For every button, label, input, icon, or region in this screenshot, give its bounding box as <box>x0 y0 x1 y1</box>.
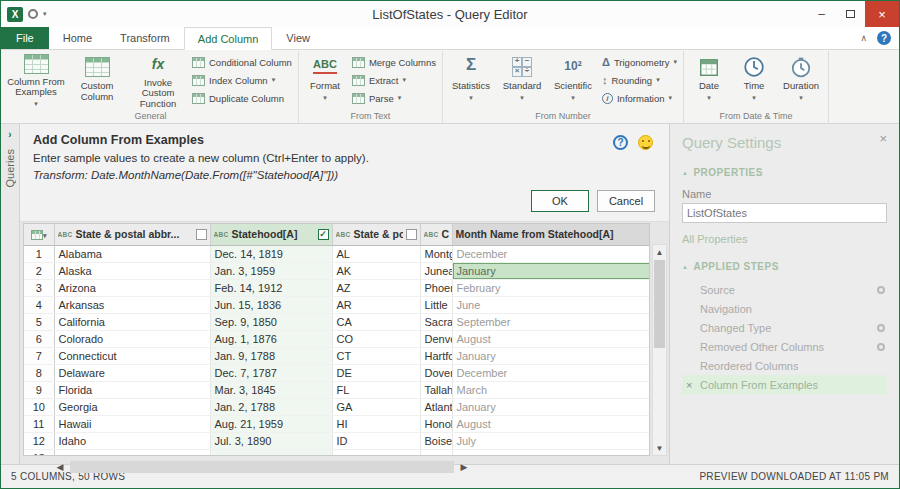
applied-step[interactable]: Source <box>682 280 887 299</box>
applied-steps-section-header[interactable]: ▲ APPLIED STEPS <box>682 261 887 272</box>
scroll-down-icon[interactable]: ▼ <box>656 441 664 455</box>
date-button[interactable]: Date ▾ <box>687 51 731 103</box>
row-number[interactable]: 2 <box>24 262 54 279</box>
table-cell[interactable]: Jun. 15, 1836 <box>210 296 332 313</box>
row-number[interactable]: 6 <box>24 330 54 347</box>
table-cell[interactable]: Jul. 3, 1890 <box>210 432 332 449</box>
vertical-scrollbar[interactable]: ▲ ▼ <box>652 244 667 456</box>
duplicate-column-button[interactable]: Duplicate Column <box>189 89 295 107</box>
row-number[interactable]: 9 <box>24 381 54 398</box>
column-header[interactable]: ABCState & postal abbr... <box>54 224 210 245</box>
table-cell[interactable]: Arkansas <box>54 296 210 313</box>
table-cell[interactable]: Hawaii <box>54 415 210 432</box>
all-properties-link[interactable]: All Properties <box>682 233 887 245</box>
table-cell[interactable]: August <box>452 415 650 432</box>
parse-button[interactable]: Parse ▾ <box>349 89 439 107</box>
applied-step[interactable]: Reordered Columns <box>682 356 887 375</box>
conditional-column-button[interactable]: Conditional Column <box>189 53 295 71</box>
scroll-right-icon[interactable]: ▶ <box>457 462 471 472</box>
scientific-button[interactable]: Scientific ▾ <box>548 51 598 103</box>
table-cell[interactable]: Hartfo <box>420 347 452 364</box>
table-cell[interactable]: AR <box>332 296 420 313</box>
step-settings-icon[interactable] <box>877 324 885 332</box>
table-cell[interactable]: CO <box>332 330 420 347</box>
table-cell[interactable]: Atlant <box>420 398 452 415</box>
column-from-examples-button[interactable]: Column From Examples ▾ <box>6 51 66 109</box>
table-cell[interactable] <box>54 449 210 456</box>
format-button[interactable]: Format ▾ <box>302 51 348 103</box>
feedback-smiley-icon[interactable] <box>638 135 653 150</box>
column-checkbox[interactable] <box>406 229 417 240</box>
table-cell[interactable]: Idaho <box>54 432 210 449</box>
table-cell[interactable]: December <box>452 245 650 262</box>
settings-icon[interactable] <box>28 9 38 19</box>
vertical-scroll-thumb[interactable] <box>654 260 665 348</box>
table-cell[interactable]: California <box>54 313 210 330</box>
row-number[interactable]: 12 <box>24 432 54 449</box>
time-button[interactable]: Time ▾ <box>732 51 776 103</box>
expand-queries-icon[interactable]: › <box>8 129 11 140</box>
table-cell[interactable]: Little <box>420 296 452 313</box>
standard-button[interactable]: +−×÷ Standard ▾ <box>497 51 547 103</box>
table-cell[interactable]: Montg <box>420 245 452 262</box>
table-cell[interactable]: January <box>452 398 650 415</box>
duration-button[interactable]: Duration ▾ <box>777 51 825 103</box>
step-settings-icon[interactable] <box>877 343 885 351</box>
information-button[interactable]: Information ▾ <box>599 89 680 107</box>
column-checkbox[interactable] <box>196 229 207 240</box>
table-cell[interactable]: Aug. 21, 1959 <box>210 415 332 432</box>
scroll-left-icon[interactable]: ◀ <box>53 462 67 472</box>
column-header[interactable]: ABCState & posta... <box>332 224 420 245</box>
table-cell[interactable]: February <box>452 279 650 296</box>
query-name-input[interactable] <box>682 203 887 223</box>
column-header[interactable]: Month Name from Statehood[A] <box>452 224 650 245</box>
tab-home[interactable]: Home <box>49 27 106 49</box>
invoke-custom-function-button[interactable]: Invoke Custom Function <box>128 51 188 109</box>
table-cell[interactable]: Boise <box>420 432 452 449</box>
statistics-button[interactable]: Statistics ▾ <box>446 51 496 103</box>
help-icon[interactable] <box>877 31 891 45</box>
row-number[interactable]: 4 <box>24 296 54 313</box>
table-cell[interactable]: December <box>452 364 650 381</box>
table-cell[interactable]: June <box>452 296 650 313</box>
applied-step[interactable]: Removed Other Columns <box>682 337 887 356</box>
applied-step[interactable]: Changed Type <box>682 318 887 337</box>
row-number[interactable]: 8 <box>24 364 54 381</box>
table-cell[interactable]: Delaware <box>54 364 210 381</box>
table-cell[interactable]: Connecticut <box>54 347 210 364</box>
table-cell[interactable]: Jan. 3, 1959 <box>210 262 332 279</box>
table-cell[interactable]: Dec. 14, 1819 <box>210 245 332 262</box>
table-cell[interactable] <box>210 449 332 456</box>
table-cell[interactable]: ID <box>332 432 420 449</box>
table-cell[interactable]: August <box>452 330 650 347</box>
scroll-up-icon[interactable]: ▲ <box>656 245 664 259</box>
row-number[interactable]: 11 <box>24 415 54 432</box>
table-cell[interactable]: Feb. 14, 1912 <box>210 279 332 296</box>
table-cell[interactable]: Dover <box>420 364 452 381</box>
cancel-button[interactable]: Cancel <box>597 190 655 212</box>
table-cell[interactable]: Honol <box>420 415 452 432</box>
index-column-button[interactable]: Index Column ▾ <box>189 71 295 89</box>
table-cell[interactable]: Florida <box>54 381 210 398</box>
table-cell[interactable]: Alabama <box>54 245 210 262</box>
table-cell[interactable]: Dec. 7, 1787 <box>210 364 332 381</box>
table-cell[interactable]: Colorado <box>54 330 210 347</box>
table-cell[interactable]: Sep. 9, 1850 <box>210 313 332 330</box>
row-number[interactable]: 5 <box>24 313 54 330</box>
table-cell[interactable]: Alaska <box>54 262 210 279</box>
table-cell[interactable]: January <box>452 347 650 364</box>
table-cell[interactable]: Jan. 2, 1788 <box>210 398 332 415</box>
close-button[interactable]: × <box>865 1 899 27</box>
table-cell[interactable]: September <box>452 313 650 330</box>
tab-add-column[interactable]: Add Column <box>184 27 273 50</box>
table-cell[interactable]: Aug. 1, 1876 <box>210 330 332 347</box>
tab-view[interactable]: View <box>272 27 324 49</box>
table-cell[interactable]: AL <box>332 245 420 262</box>
custom-column-button[interactable]: Custom Column <box>67 51 127 102</box>
queries-pane-collapsed[interactable]: › Queries <box>1 124 20 464</box>
trigonometry-button[interactable]: Trigonometry ▾ <box>599 53 680 71</box>
row-number[interactable]: 13 <box>24 449 54 456</box>
table-cell[interactable]: AZ <box>332 279 420 296</box>
delete-step-icon[interactable]: × <box>686 379 692 391</box>
column-header[interactable]: ABCStatehood[A]✓ <box>210 224 332 245</box>
